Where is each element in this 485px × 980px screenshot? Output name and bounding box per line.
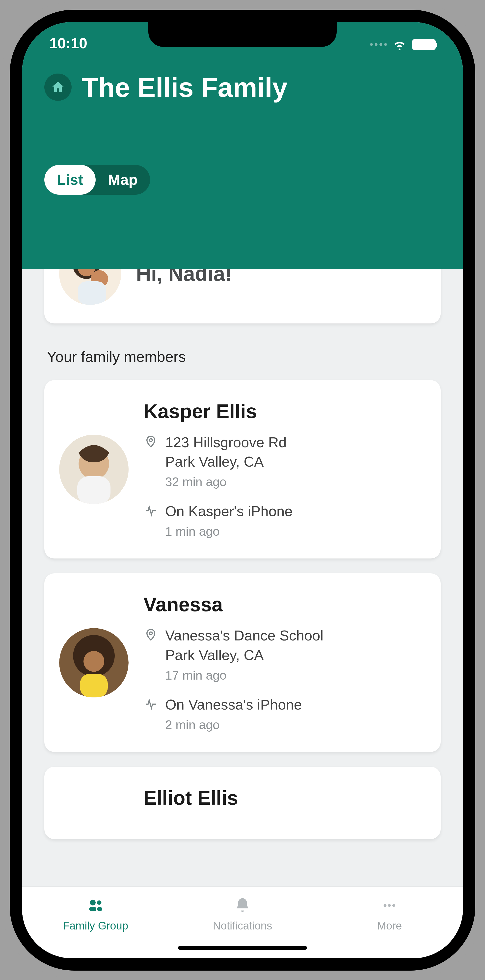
status-icons	[370, 37, 436, 52]
member-name: Kasper Ellis	[143, 400, 426, 423]
location-timestamp: 32 min ago	[165, 475, 426, 489]
location-timestamp: 17 min ago	[165, 668, 426, 682]
svg-rect-16	[89, 907, 96, 911]
svg-point-11	[83, 651, 104, 672]
view-toggle: List Map	[45, 165, 150, 195]
activity-timestamp: 1 min ago	[165, 524, 426, 539]
home-indicator[interactable]	[178, 946, 307, 950]
activity-text: On Vanessa's iPhone	[165, 695, 302, 714]
app-header: The Ellis Family List Map	[22, 57, 463, 269]
activity-text: On Kasper's iPhone	[165, 501, 293, 521]
svg-rect-17	[97, 907, 102, 911]
location-text: 123 Hillsgroove Rd Park Valley, CA	[165, 433, 286, 472]
status-time: 10:10	[49, 35, 87, 52]
content-area: Hi, Nadia! Your family members Kasper El…	[22, 224, 463, 886]
svg-point-18	[384, 904, 386, 907]
nav-family-group[interactable]: Family Group	[22, 887, 169, 958]
svg-point-15	[97, 900, 101, 905]
activity-timestamp: 2 min ago	[165, 718, 426, 732]
phone-frame: 10:10 The Ellis Family List	[2, 2, 483, 978]
location-text: Vanessa's Dance School Park Valley, CA	[165, 626, 323, 665]
section-label: Your family members	[47, 348, 440, 365]
family-group-icon	[87, 897, 104, 915]
bell-icon	[234, 897, 251, 915]
phone-bezel: 10:10 The Ellis Family List	[10, 10, 475, 970]
toggle-map[interactable]: Map	[95, 165, 150, 195]
nav-label: More	[377, 920, 402, 932]
nav-more[interactable]: More	[316, 887, 463, 958]
svg-point-20	[392, 904, 395, 907]
member-name: Vanessa	[143, 593, 426, 616]
member-name: Elliot Ellis	[143, 787, 426, 809]
nav-label: Family Group	[63, 920, 128, 932]
member-card[interactable]: Elliot Ellis	[45, 767, 440, 839]
svg-rect-4	[78, 282, 106, 305]
signal-icon	[370, 43, 387, 46]
nav-label: Notifications	[213, 920, 272, 932]
toggle-list[interactable]: List	[45, 165, 95, 195]
svg-point-8	[149, 439, 152, 441]
svg-rect-7	[77, 476, 110, 504]
activity-icon	[143, 501, 158, 521]
svg-point-13	[149, 632, 152, 635]
avatar	[59, 628, 129, 697]
home-icon[interactable]	[45, 73, 72, 101]
avatar	[59, 435, 129, 504]
battery-icon	[412, 39, 436, 50]
bottom-nav: Family Group Notifications More	[22, 886, 463, 958]
phone-screen: 10:10 The Ellis Family List	[22, 22, 463, 958]
location-pin-icon	[143, 433, 158, 472]
more-icon	[381, 897, 398, 915]
svg-point-19	[388, 904, 391, 907]
notch	[148, 22, 337, 47]
activity-icon	[143, 695, 158, 714]
svg-rect-12	[80, 674, 108, 697]
location-pin-icon	[143, 626, 158, 665]
member-card[interactable]: Vanessa Vanessa's Dance School Park Vall…	[45, 573, 440, 752]
member-card[interactable]: Kasper Ellis 123 Hillsgroove Rd Park Val…	[45, 380, 440, 559]
page-title: The Ellis Family	[81, 72, 287, 103]
wifi-icon	[392, 37, 407, 52]
svg-point-14	[90, 899, 95, 905]
